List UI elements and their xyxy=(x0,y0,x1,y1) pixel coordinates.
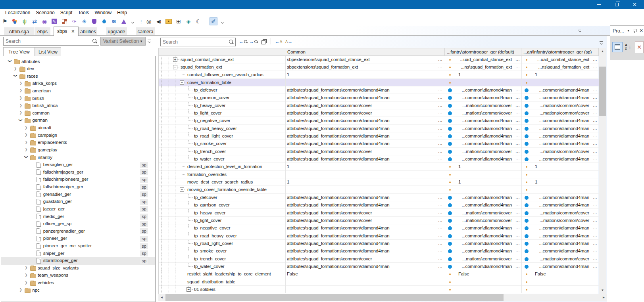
chevron-collapsed-icon[interactable]: ❯ xyxy=(19,111,22,115)
tree-item-american[interactable]: ❯american xyxy=(1,87,155,95)
browse-button[interactable]: ... xyxy=(438,202,442,207)
cube-search-icon[interactable]: ◈ xyxy=(185,17,192,25)
browse-button[interactable]: ... xyxy=(515,149,520,153)
close-button[interactable]: ✕ xyxy=(626,0,644,9)
tree-item-npc[interactable]: ❯npc xyxy=(1,287,155,294)
chevron-expanded-icon[interactable]: ❯ xyxy=(13,74,17,77)
chevron-collapsed-icon[interactable]: ❯ xyxy=(25,140,28,144)
tab-upgrade[interactable]: upgrade xyxy=(106,27,127,36)
pin-icon[interactable] xyxy=(633,29,637,33)
collapse-icon[interactable]: − xyxy=(180,187,184,192)
browse-button[interactable]: ... xyxy=(515,218,520,222)
collapse-icon[interactable]: − xyxy=(186,287,191,292)
menu-script[interactable]: Script xyxy=(58,10,75,15)
browse-button[interactable]: ... xyxy=(515,141,520,145)
browse-button[interactable]: ... xyxy=(593,195,597,199)
chevron-down-icon[interactable]: ▼ xyxy=(627,29,630,32)
copy-results-icon[interactable] xyxy=(260,38,268,45)
tab-ebps[interactable]: ebps xyxy=(35,27,50,36)
scroll-left-icon[interactable]: ◄ xyxy=(158,294,165,301)
view-tab-list-view[interactable]: List View xyxy=(35,47,61,56)
tree-item-vehicles[interactable]: ❯vehicles xyxy=(1,279,155,287)
browse-button[interactable]: ... xyxy=(593,110,597,115)
tree-item-fallschirmsniper_ger[interactable]: fallschirmsniper_gersp xyxy=(1,183,155,191)
next-difference-icon[interactable]: Δ→ xyxy=(285,38,293,45)
restore-button[interactable] xyxy=(608,0,626,9)
close-tab-icon[interactable]: ✕ xyxy=(71,29,75,34)
browse-button[interactable]: ... xyxy=(593,126,597,130)
chevron-collapsed-icon[interactable]: ❯ xyxy=(19,81,22,85)
chevron-collapsed-icon[interactable]: ❯ xyxy=(19,88,22,92)
browse-button[interactable]: ... xyxy=(593,218,597,222)
browse-button[interactable]: ... xyxy=(438,141,442,145)
foliage-icon[interactable]: ψ xyxy=(21,17,29,25)
browse-button[interactable]: ... xyxy=(515,156,520,161)
tree-item-medic_ger[interactable]: medic_gersp xyxy=(1,213,155,220)
browse-button[interactable]: ... xyxy=(438,233,442,238)
grid-row-tp_road_heavy_cover[interactable]: tp_road_heavy_coverattributes\squad_form… xyxy=(159,232,599,240)
grid-row-tp_water_cover[interactable]: tp_water_coverattributes\squad_formation… xyxy=(159,155,599,163)
grid-row-tp_garrison_cover[interactable]: tp_garrison_coverattributes\squad_format… xyxy=(159,201,599,209)
flask-icon[interactable] xyxy=(120,17,128,25)
grid-row-tp_road_light_cover[interactable]: tp_road_light_coverattributes\squad_form… xyxy=(159,240,599,247)
menu-scenario[interactable]: Scenario xyxy=(33,10,57,15)
column-header-1[interactable]: Common xyxy=(285,48,445,56)
tree-item-dev[interactable]: ❯dev xyxy=(1,65,155,73)
chevron-collapsed-icon[interactable]: ❯ xyxy=(19,103,22,107)
chevron-collapsed-icon[interactable]: ❯ xyxy=(25,147,28,151)
browse-button[interactable]: ... xyxy=(593,64,597,69)
browse-button[interactable]: ... xyxy=(593,241,597,245)
browse-button[interactable]: ... xyxy=(438,256,442,261)
tree-item-team_weapons[interactable]: ❯team_weapons xyxy=(1,272,155,279)
browse-button[interactable]: ... xyxy=(593,141,597,145)
browse-button[interactable]: ... xyxy=(438,149,442,153)
tree-item-british_africa[interactable]: ❯british_africa xyxy=(1,102,155,110)
browse-button[interactable]: ... xyxy=(593,256,597,261)
grid-row-move_dest_cover_search_radius[interactable]: move_dest_cover_search_radius111 xyxy=(159,178,599,186)
grid-row-tp_garrison_cover[interactable]: tp_garrison_coverattributes\squad_format… xyxy=(159,94,599,101)
browse-button[interactable]: ... xyxy=(438,264,442,268)
collapse-icon[interactable]: − xyxy=(180,80,184,85)
tree-item-races[interactable]: ❯races xyxy=(1,73,155,80)
browse-button[interactable]: ... xyxy=(593,118,597,122)
chevron-expanded-icon[interactable]: ❯ xyxy=(19,119,23,122)
left-search-input[interactable]: Search xyxy=(3,37,99,46)
browse-button[interactable]: ... xyxy=(593,210,597,215)
tree-item-attributes[interactable]: ❯attributes xyxy=(1,58,155,65)
find-next-icon[interactable]: → xyxy=(249,38,258,45)
menu-tools[interactable]: Tools xyxy=(75,10,92,15)
browse-button[interactable]: ... xyxy=(593,264,597,268)
grid-row-combat_follower_cover_search_radius[interactable]: combat_follower_cover_search_radius111 xyxy=(159,71,599,78)
grid-row-tp_smoke_cover[interactable]: tp_smoke_coverattributes\squad_formation… xyxy=(159,247,599,255)
tree-item-aircraft[interactable]: ❯aircraft xyxy=(1,124,155,132)
browse-button[interactable]: ... xyxy=(438,133,442,138)
grid-row-formation_overrides[interactable]: formation_overrides xyxy=(159,171,599,178)
browse-button[interactable]: ... xyxy=(515,248,520,253)
column-header-3[interactable]: ...an\infantry\stormtrooper_ger (sp) xyxy=(521,48,599,56)
tree-item-stormtrooper_ger[interactable]: stormtrooper_gersp xyxy=(1,257,155,265)
grid-row-restrict_sight_leadership_to_core_element[interactable]: restrict_sight_leadership_to_core_elemen… xyxy=(159,270,599,278)
browse-button[interactable]: ... xyxy=(438,195,442,199)
browse-button[interactable]: ... xyxy=(593,133,597,138)
browse-button[interactable]: ... xyxy=(515,241,520,245)
browse-button[interactable]: ... xyxy=(515,195,520,199)
chevron-collapsed-icon[interactable]: ❯ xyxy=(25,126,28,130)
browse-button[interactable]: ... xyxy=(593,103,597,107)
browse-button[interactable]: ... xyxy=(515,110,520,115)
wrench-icon[interactable]: ✑ xyxy=(70,17,78,25)
browse-button[interactable]: ... xyxy=(593,149,597,153)
toolbar-overflow-icon[interactable] xyxy=(131,19,135,25)
toolbar-overflow-icon-2[interactable] xyxy=(220,19,225,25)
color-wheel-icon[interactable] xyxy=(11,17,19,25)
grid-row-tp_light_cover[interactable]: tp_light_coverattributes\squad_formation… xyxy=(159,109,599,117)
grid-search-input[interactable]: Search xyxy=(160,38,236,46)
chevron-collapsed-icon[interactable]: ❯ xyxy=(19,288,22,292)
browse-button[interactable]: ... xyxy=(515,103,520,107)
shield-icon[interactable] xyxy=(90,17,98,25)
grid-row-tp_road_light_cover[interactable]: tp_road_light_coverattributes\squad_form… xyxy=(159,132,599,140)
chevron-collapsed-icon[interactable]: ❯ xyxy=(25,273,28,277)
column-header-2[interactable]: ...fantry\stormtrooper_ger (default) xyxy=(445,48,521,56)
browse-button[interactable]: ... xyxy=(515,202,520,207)
expand-icon[interactable]: + xyxy=(173,57,177,62)
tree-item-german[interactable]: ❯german xyxy=(1,117,155,124)
